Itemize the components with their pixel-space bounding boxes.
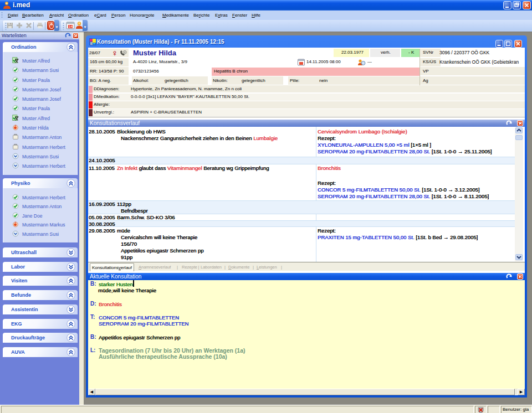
svg-text:14: 14 xyxy=(69,25,73,28)
